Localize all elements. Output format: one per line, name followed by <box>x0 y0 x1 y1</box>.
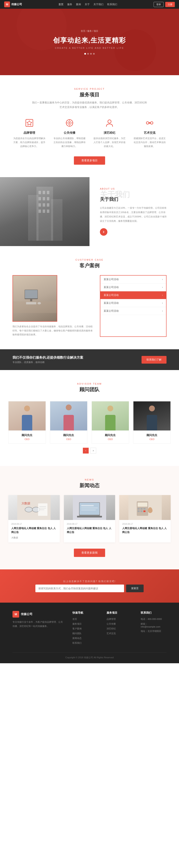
service-pr: 公关传播 专业的公关传播团队，帮助您建立良好的企业形象，增强品牌传播力和影响力。 <box>53 118 86 148</box>
nav-link-contact[interactable]: 联系我们 <box>107 3 117 6</box>
case-item-5[interactable]: 某某公司活动 › <box>100 307 166 315</box>
footer-service-brand[interactable]: 品牌管理 <box>107 618 132 621</box>
cases-image <box>12 275 57 322</box>
nav-link-about[interactable]: 关于 <box>85 3 90 6</box>
news-more-button[interactable]: 查看更多新闻 <box>74 549 105 557</box>
svg-rect-46 <box>77 516 102 518</box>
team-name-4: 顾问先生 <box>135 433 169 437</box>
footer-link-services[interactable]: 服务项目 <box>72 622 98 625</box>
svg-rect-17 <box>43 191 45 194</box>
svg-rect-27 <box>47 210 49 213</box>
case-arrow-4: › <box>162 302 163 304</box>
news-img-placeholder-2 <box>64 495 115 520</box>
svg-rect-45 <box>79 503 100 515</box>
dot-1[interactable] <box>84 53 86 55</box>
about-section: ABOUT US 关于我们 关于我们 公司从创建至今已近10年。一直专一方向于传… <box>0 177 179 246</box>
team-prev-button[interactable]: ‹ <box>83 448 89 454</box>
svg-rect-22 <box>39 203 41 207</box>
svg-point-9 <box>108 120 111 123</box>
footer-bottom: Copyright © 2018 传媒公司 All Rights Reserve… <box>12 652 167 659</box>
service-brand: 品牌管理 为您提供全方位的品牌管理解决方案，助力品牌快速成长，提升品牌核心竞争力… <box>12 118 46 148</box>
dot-3[interactable] <box>90 53 92 55</box>
news-excerpt-1: 大数据 <box>11 536 57 540</box>
service-brand-name: 品牌管理 <box>12 131 46 135</box>
nav-link-cases[interactable]: 案例 <box>76 3 81 6</box>
svg-point-33 <box>37 302 41 304</box>
contact-form: 发留言 <box>35 585 144 592</box>
svg-rect-25 <box>39 210 41 213</box>
about-more-button[interactable] <box>100 228 107 236</box>
services-title: 服务项目 <box>12 91 167 98</box>
register-button[interactable]: 注册 <box>165 2 175 7</box>
svg-rect-32 <box>26 302 36 304</box>
news-body-3: 2018-08-17 人网注册地址人网创建 重角位位 包人 人网公告 <box>119 520 171 538</box>
footer-col-2: 服务项目 品牌管理 公关传播 演艺经纪 艺术交流 <box>107 611 132 646</box>
svg-rect-18 <box>47 191 49 194</box>
hero-content: 首页 / 服务 / 项目 创享动起来,生活更精彩 CREATE A BETTER… <box>53 30 126 55</box>
news-title: 新闻动态 <box>8 482 171 489</box>
svg-rect-56 <box>137 510 140 512</box>
service-art-name: 艺术交流 <box>133 131 167 135</box>
footer-service-entertainment[interactable]: 演艺经纪 <box>107 627 132 630</box>
news-img-placeholder-3 <box>119 495 171 520</box>
services-desc: 我们一直秉着以服务为中心的宗旨，为您提供最优质的服务。我们提供品牌管理、公关传播… <box>31 100 148 110</box>
login-button[interactable]: 登录 <box>154 2 163 7</box>
hero-title: 创享动起来,生活更精彩 <box>53 36 126 45</box>
footer-col-2-title: 服务项目 <box>107 611 132 615</box>
footer-link-cases[interactable]: 客户案例 <box>72 627 98 630</box>
footer-link-home[interactable]: 首页 <box>72 618 98 621</box>
contact-input[interactable] <box>35 585 124 592</box>
nav-link-services[interactable]: 服务 <box>67 3 72 6</box>
svg-rect-26 <box>43 210 45 213</box>
services-more-button[interactable]: 查看更多项目 <box>74 156 105 165</box>
news-title-2: 人网注册地址人网创建 重角位位 包人 人网公告 <box>67 526 112 534</box>
footer-logo-icon: M <box>12 611 19 618</box>
dot-4[interactable] <box>93 53 95 55</box>
svg-rect-20 <box>43 197 45 200</box>
footer-link-contact[interactable]: 联系我们 <box>72 642 98 645</box>
case-item-4[interactable]: 某某公司活动 › <box>100 299 166 307</box>
svg-rect-48 <box>81 507 98 508</box>
footer-top: M 传媒公司 专注传媒行业十余年，为客户提供品牌管理、公关传播、演艺经纪等一站式… <box>12 611 167 646</box>
dot-2[interactable] <box>87 53 89 55</box>
news-title-1: 人网注册地址人网创建 重角位位 包人 人网公告 <box>11 526 57 534</box>
service-entertainment-text: 提供全面的演艺经纪服务，为艺人打造个人品牌，实现艺术价值的最大化。 <box>93 136 127 148</box>
footer-link-news[interactable]: 新闻动态 <box>72 637 98 640</box>
cta-button[interactable]: 联系我们了解 <box>142 356 167 364</box>
svg-rect-49 <box>81 509 96 510</box>
news-date-2: 2018-08-17 <box>67 523 112 525</box>
contact-submit-button[interactable]: 发留言 <box>126 585 144 592</box>
svg-rect-21 <box>47 197 49 200</box>
cta-banner: 我们不仅强你们服务的,还提供领数行业解决方案 专业团队，优质服务，值得信赖 联系… <box>0 349 179 370</box>
cases-desc: 我们为多家知名企业提供了专业的传媒服务，包括品牌策划、公关传播、活动组织等。每个… <box>12 324 94 337</box>
case-item-1[interactable]: 某某公司活动 › <box>100 276 166 283</box>
nav-link-about-us[interactable]: 关于我们 <box>94 3 103 6</box>
svg-rect-53 <box>137 508 140 509</box>
svg-rect-14 <box>28 195 39 241</box>
svg-rect-55 <box>144 508 146 509</box>
about-image <box>0 177 90 246</box>
case-item-3[interactable]: 某某公司活动 › <box>100 291 166 299</box>
case-item-2[interactable]: 某某公司活动 › <box>100 283 166 291</box>
team-info-1: 顾问先生 CEO <box>8 431 46 443</box>
cta-main-text: 我们不仅强你们服务的,还提供领数行业解决方案 <box>12 355 83 360</box>
team-photo-3 <box>92 401 129 431</box>
team-card-3: 顾问先生 CEO <box>92 401 129 443</box>
cases-list: 某某公司活动 › 某某公司活动 › 某某公司活动 › 某某公司活动 › 某某公司… <box>100 275 167 337</box>
team-card-2: 顾问先生 CEO <box>50 401 87 443</box>
svg-point-11 <box>151 122 153 124</box>
nav-logo[interactable]: M 传媒公司 <box>4 1 22 7</box>
service-art-text: 搭建国际艺术交流平台，促进文化交流与合作，推动艺术事业的蓬勃发展。 <box>133 136 167 148</box>
cta-text: 我们不仅强你们服务的,还提供领数行业解决方案 专业团队，优质服务，值得信赖 <box>12 355 83 364</box>
breadcrumb: 首页 / 服务 / 项目 <box>53 30 126 33</box>
team-next-button[interactable]: › <box>90 448 96 454</box>
news-img-3 <box>119 495 171 520</box>
footer-service-art[interactable]: 艺术交流 <box>107 632 132 635</box>
service-entertainment-name: 演艺经纪 <box>93 131 127 135</box>
nav-link-home[interactable]: 首页 <box>58 3 63 6</box>
cta-sub-text: 专业团队，优质服务，值得信赖 <box>12 361 83 364</box>
brand-icon <box>24 118 34 128</box>
desk-image <box>13 276 57 321</box>
footer-service-pr[interactable]: 公关传播 <box>107 622 132 625</box>
footer-link-team[interactable]: 顾问团队 <box>72 632 98 635</box>
